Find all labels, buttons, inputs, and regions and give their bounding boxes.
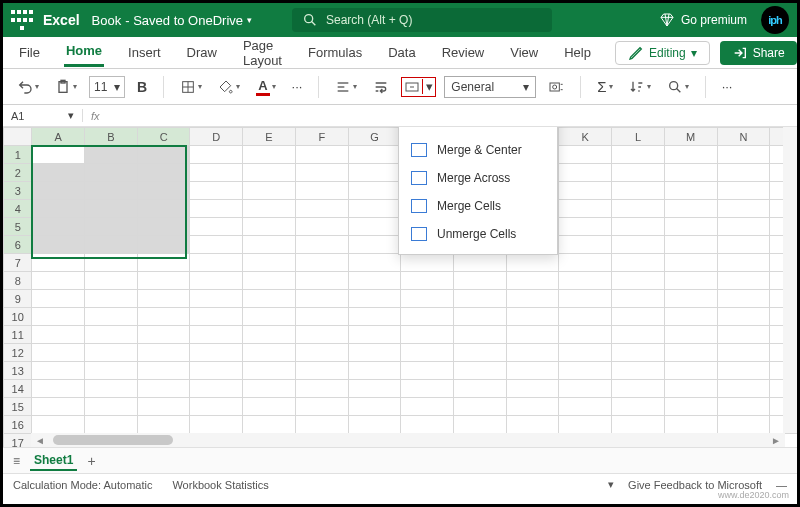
row-header[interactable]: 17 [4, 434, 32, 448]
cell[interactable] [190, 380, 243, 398]
cell[interactable] [612, 344, 665, 362]
cell[interactable] [295, 272, 348, 290]
cell[interactable] [190, 254, 243, 272]
cell[interactable] [717, 362, 770, 380]
cell[interactable] [32, 326, 85, 344]
cell[interactable] [243, 308, 296, 326]
cell[interactable] [454, 308, 507, 326]
cell[interactable] [348, 326, 401, 344]
cell[interactable] [559, 200, 612, 218]
cell[interactable] [348, 146, 401, 164]
cell[interactable] [348, 362, 401, 380]
cell[interactable] [243, 398, 296, 416]
cell[interactable] [559, 362, 612, 380]
col-header[interactable]: C [137, 128, 190, 146]
scroll-left-arrow[interactable]: ◄ [31, 435, 49, 446]
cell[interactable] [137, 182, 190, 200]
cell[interactable] [506, 398, 559, 416]
fx-label[interactable]: fx [83, 110, 108, 122]
cell[interactable] [295, 164, 348, 182]
sort-filter-button[interactable]: ▾ [625, 77, 655, 97]
cell[interactable] [612, 200, 665, 218]
cell[interactable] [717, 380, 770, 398]
cell[interactable] [137, 398, 190, 416]
cell[interactable] [717, 326, 770, 344]
find-button[interactable]: ▾ [663, 77, 693, 97]
tab-help[interactable]: Help [562, 41, 593, 64]
align-button[interactable]: ▾ [331, 77, 361, 97]
cell[interactable] [295, 362, 348, 380]
horizontal-scrollbar[interactable]: ◄ ► [31, 433, 785, 447]
cell[interactable] [137, 254, 190, 272]
cell[interactable] [348, 200, 401, 218]
help-ms-button[interactable]: — [776, 479, 787, 491]
cell[interactable] [295, 290, 348, 308]
merge-cells-button[interactable]: ▾ [401, 77, 436, 97]
cell[interactable] [664, 326, 717, 344]
cell[interactable] [190, 290, 243, 308]
merge-cells-item[interactable]: Merge Cells [399, 192, 557, 220]
cell[interactable] [612, 398, 665, 416]
cell[interactable] [559, 308, 612, 326]
cell[interactable] [243, 200, 296, 218]
cell[interactable] [717, 398, 770, 416]
cell[interactable] [348, 416, 401, 434]
cell[interactable] [32, 146, 85, 164]
cell[interactable] [295, 416, 348, 434]
workbook-stats[interactable]: Workbook Statistics [172, 479, 268, 491]
cell[interactable] [717, 164, 770, 182]
cell[interactable] [137, 146, 190, 164]
cell[interactable] [295, 182, 348, 200]
col-header[interactable]: A [32, 128, 85, 146]
wrap-text-button[interactable] [369, 77, 393, 97]
cell[interactable] [401, 308, 454, 326]
row-header[interactable]: 3 [4, 182, 32, 200]
cell[interactable] [85, 164, 138, 182]
cell[interactable] [664, 254, 717, 272]
cell[interactable] [559, 344, 612, 362]
row-header[interactable]: 6 [4, 236, 32, 254]
cell[interactable] [190, 218, 243, 236]
cell[interactable] [559, 182, 612, 200]
row-header[interactable]: 12 [4, 344, 32, 362]
cell[interactable] [612, 272, 665, 290]
cell[interactable] [32, 200, 85, 218]
cell[interactable] [32, 398, 85, 416]
row-header[interactable]: 5 [4, 218, 32, 236]
row-header[interactable]: 15 [4, 398, 32, 416]
cell[interactable] [190, 164, 243, 182]
cell[interactable] [506, 308, 559, 326]
cell[interactable] [190, 272, 243, 290]
cell[interactable] [559, 236, 612, 254]
col-header[interactable]: N [717, 128, 770, 146]
calc-mode[interactable]: Calculation Mode: Automatic [13, 479, 152, 491]
cell[interactable] [85, 398, 138, 416]
row-header[interactable]: 11 [4, 326, 32, 344]
cell[interactable] [401, 254, 454, 272]
tab-file[interactable]: File [17, 41, 42, 64]
cell[interactable] [454, 398, 507, 416]
tab-draw[interactable]: Draw [185, 41, 219, 64]
cell[interactable] [190, 398, 243, 416]
col-header[interactable]: E [243, 128, 296, 146]
cell[interactable] [454, 326, 507, 344]
row-header[interactable]: 9 [4, 290, 32, 308]
cell[interactable] [295, 146, 348, 164]
cell[interactable] [32, 308, 85, 326]
cell[interactable] [32, 236, 85, 254]
fill-color-button[interactable]: ▾ [214, 77, 244, 97]
borders-button[interactable]: ▾ [176, 77, 206, 97]
cell[interactable] [348, 236, 401, 254]
cell[interactable] [295, 254, 348, 272]
cell[interactable] [85, 218, 138, 236]
cell[interactable] [32, 290, 85, 308]
cell[interactable] [32, 218, 85, 236]
cell[interactable] [32, 416, 85, 434]
cell[interactable] [243, 326, 296, 344]
more-font-button[interactable]: ··· [288, 77, 307, 96]
cell[interactable] [506, 362, 559, 380]
font-color-button[interactable]: A▾ [252, 76, 279, 98]
autosum-button[interactable]: Σ▾ [593, 76, 616, 97]
cell[interactable] [137, 236, 190, 254]
cell[interactable] [190, 416, 243, 434]
